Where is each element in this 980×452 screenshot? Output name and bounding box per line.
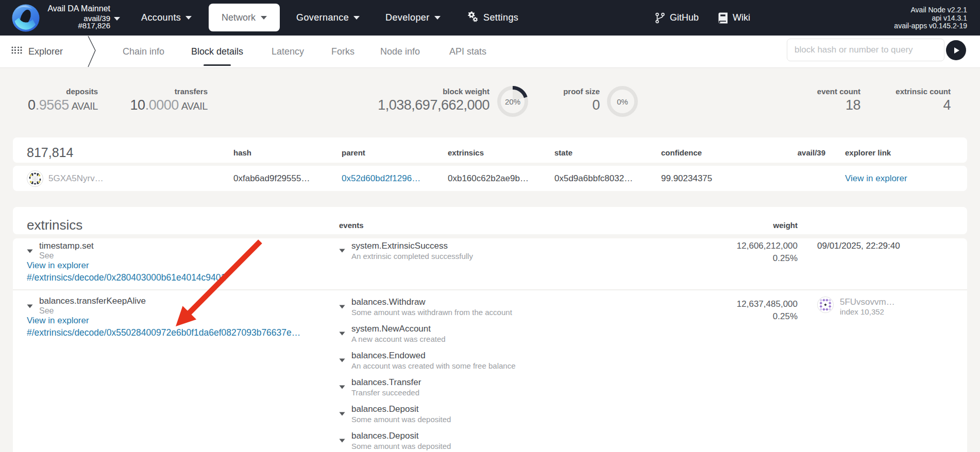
proof-size-progress-ring: 0% <box>607 86 638 117</box>
expand-caret-icon[interactable] <box>27 246 33 255</box>
git-branch-icon <box>655 12 665 24</box>
event-item: balances.Withdraw Some amount was withdr… <box>339 297 701 317</box>
signer-index: index 10,352 <box>840 307 895 317</box>
event-name: balances.Deposit <box>351 404 451 414</box>
expand-caret-icon[interactable] <box>339 355 345 375</box>
expand-caret-icon[interactable] <box>27 301 33 310</box>
menu-network-active[interactable]: Network <box>209 4 280 31</box>
tab-api-stats[interactable]: API stats <box>449 36 486 67</box>
extrinsic-cell: balances.transferKeepAlive See View in e… <box>27 296 339 338</box>
node-version: Avail Node v2.2.1 <box>894 6 967 14</box>
weight-percent: 0.25% <box>701 311 798 322</box>
stat-label: deposits <box>28 88 98 96</box>
extrinsics-heading: extrinsics <box>27 217 339 233</box>
expand-caret-icon[interactable] <box>339 246 345 266</box>
signer-cell: 5FUvsovvm… index 10,352 <box>798 296 953 317</box>
col-weight: weight <box>701 221 798 230</box>
balance-int: 0 <box>28 97 36 113</box>
stat-label: transfers <box>130 88 208 96</box>
expand-caret-icon[interactable] <box>339 436 345 452</box>
stat-label: proof size <box>563 88 600 96</box>
event-name: system.NewAccount <box>351 324 446 334</box>
menu-settings[interactable]: Settings <box>466 0 518 36</box>
col-state: state <box>554 148 661 157</box>
stat-value: 0.9565 AVAIL <box>28 97 98 114</box>
weight-cell: 12,637,485,000 0.25% <box>701 299 798 322</box>
col-confidence: confidence <box>661 148 738 157</box>
author-identicon <box>27 170 43 187</box>
extrinsic-call: balances.transferKeepAlive <box>39 296 146 306</box>
event-name: balances.Endowed <box>351 351 516 361</box>
tab-node-info[interactable]: Node info <box>380 36 420 67</box>
balance-frac: .9565 <box>36 97 69 113</box>
tab-chain-info[interactable]: Chain info <box>123 36 164 67</box>
explorer-tabs: Chain info Block details Latency Forks N… <box>0 36 773 67</box>
stat-value: 1,038,697,662,000 <box>378 97 489 113</box>
best-block-number: #817,826 <box>47 22 110 29</box>
col-events: events <box>339 221 701 230</box>
author-address[interactable]: 5GXA5Nyrv… <box>48 173 104 184</box>
extrinsic-doc: See <box>39 251 339 260</box>
event-name: system.ExtrinsicSuccess <box>351 241 473 251</box>
event-item: system.ExtrinsicSuccess An extrinsic com… <box>339 241 701 261</box>
tab-forks[interactable]: Forks <box>331 36 354 67</box>
block-time: 09/01/2025, 22:29:40 <box>798 241 953 251</box>
decode-link[interactable]: #/extrinsics/decode/0x55028400972e6b0f1d… <box>27 327 339 338</box>
stat-extrinsic-count: extrinsic count 4 <box>895 88 951 113</box>
runtime-version-text: avail/39 <box>83 14 110 23</box>
tab-block-details[interactable]: Block details <box>191 36 243 67</box>
event-description: Some amount was deposited <box>351 441 451 451</box>
chevron-down-icon <box>353 16 360 20</box>
block-author: 5GXA5Nyrv… <box>27 170 233 187</box>
col-explorer-link: explorer link <box>825 148 953 157</box>
weight-percent: 0.25% <box>701 253 798 264</box>
expand-caret-icon[interactable] <box>339 382 345 402</box>
stat-value: 18 <box>817 97 860 113</box>
col-parent: parent <box>342 148 448 157</box>
signer-address[interactable]: 5FUvsovvm… <box>840 297 895 307</box>
book-icon <box>718 12 728 24</box>
stat-value: 10.0000 AVAIL <box>130 97 208 114</box>
apps-version: avail-apps v0.145.2-19 <box>894 22 967 30</box>
search-submit-button[interactable] <box>946 40 966 60</box>
decode-link[interactable]: #/extrinsics/decode/0x280403000b61e4014c… <box>27 272 339 283</box>
block-search-input[interactable] <box>787 39 944 61</box>
expand-caret-icon[interactable] <box>339 302 345 322</box>
weight-cell: 12,606,212,000 0.25% <box>701 241 798 264</box>
avail-logo[interactable] <box>12 4 40 32</box>
menu-accounts[interactable]: Accounts <box>141 0 192 36</box>
event-description: Some amount was deposited <box>351 414 451 424</box>
view-in-explorer-link[interactable]: View in explorer <box>27 260 339 271</box>
block-hash: 0xfab6ad9f29555… <box>233 173 342 184</box>
stat-deposits: deposits 0.9565 AVAIL <box>28 88 98 114</box>
github-link[interactable]: GitHub <box>655 0 699 36</box>
expand-caret-icon[interactable] <box>339 328 345 349</box>
stat-proof-size: proof size 0 <box>563 88 600 113</box>
col-runtime: avail/39 <box>738 148 825 157</box>
chevron-down-icon <box>185 16 192 20</box>
menu-label: Developer <box>385 12 430 23</box>
menu-developer[interactable]: Developer <box>385 0 441 36</box>
stat-value: 4 <box>895 97 951 113</box>
stat-value: 0 <box>563 97 600 113</box>
block-summary-stats: deposits 0.9565 AVAIL transfers 10.0000 … <box>0 68 980 135</box>
wiki-link[interactable]: Wiki <box>718 0 750 36</box>
signer-identicon <box>817 297 834 313</box>
tab-latency[interactable]: Latency <box>272 36 304 67</box>
parent-hash: 0x52d60bd2f1296… <box>342 173 448 184</box>
state-root: 0x5d9a6bbfc8032… <box>554 173 661 184</box>
extrinsic-row: timestamp.set See View in explorer #/ext… <box>13 238 967 289</box>
event-name: balances.Deposit <box>351 431 451 441</box>
view-in-explorer-link[interactable]: View in explorer <box>27 315 339 326</box>
extrinsic-row: balances.transferKeepAlive See View in e… <box>13 289 967 452</box>
ring-percent: 0% <box>607 86 638 117</box>
gears-icon <box>466 11 480 25</box>
chain-info[interactable]: Avail DA Mainnet avail/39 #817,826 <box>47 5 110 29</box>
event-item: system.NewAccount A new account was crea… <box>339 324 701 344</box>
expand-caret-icon[interactable] <box>339 409 345 429</box>
wiki-label: Wiki <box>733 12 750 23</box>
menu-governance[interactable]: Governance <box>296 0 360 36</box>
event-item: balances.Transfer Transfer succeeded <box>339 377 701 397</box>
github-label: GitHub <box>670 12 699 23</box>
menu-label: Network <box>222 12 256 23</box>
